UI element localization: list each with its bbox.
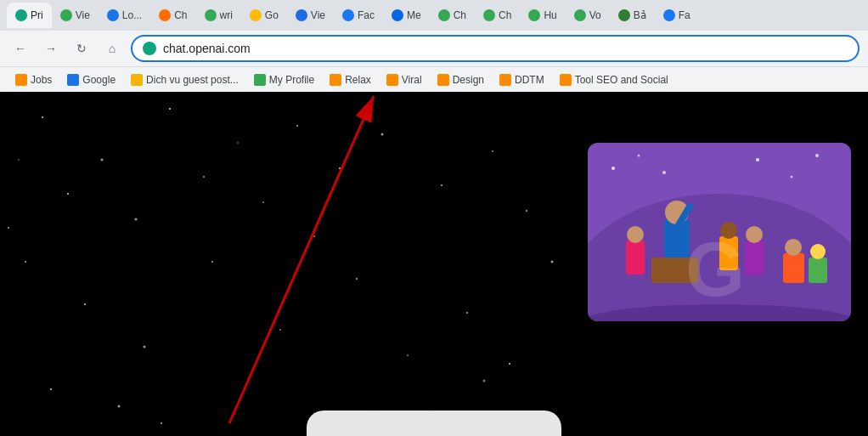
bookmark-toolseo[interactable]: Tool SEO and Social <box>553 71 675 88</box>
svg-point-26 <box>551 261 554 263</box>
forward-button[interactable]: → <box>39 37 63 60</box>
svg-point-13 <box>492 150 493 152</box>
bookmark-ddtm[interactable]: DDTM <box>493 71 551 88</box>
svg-point-41 <box>815 154 819 157</box>
svg-point-17 <box>211 261 213 263</box>
svg-point-22 <box>161 422 162 424</box>
svg-point-11 <box>381 133 384 136</box>
tab-favicon-fac1 <box>342 9 354 21</box>
tab-lo[interactable]: Lo... <box>99 3 150 28</box>
svg-point-6 <box>135 218 138 221</box>
bottom-search-bar[interactable] <box>307 411 561 436</box>
svg-point-15 <box>84 303 86 305</box>
svg-point-10 <box>339 167 341 169</box>
tab-favicon-vie1 <box>60 9 72 21</box>
svg-point-25 <box>509 363 510 365</box>
svg-point-21 <box>118 405 121 408</box>
bookmark-favicon-google <box>67 74 79 86</box>
bookmark-google[interactable]: Google <box>60 71 122 88</box>
bookmark-relax[interactable]: Relax <box>323 71 378 88</box>
home-button[interactable]: ⌂ <box>100 37 124 60</box>
tab-ch2[interactable]: Ch <box>430 3 475 28</box>
svg-point-56 <box>810 244 826 259</box>
bookmark-favicon-dichvu <box>131 74 143 86</box>
bookmark-favicon-relax <box>330 74 341 86</box>
svg-point-3 <box>237 142 239 144</box>
svg-point-8 <box>262 201 264 203</box>
tab-vie2[interactable]: Vie <box>287 3 334 28</box>
svg-point-54 <box>785 239 802 256</box>
address-bar[interactable] <box>131 35 860 62</box>
tab-pri[interactable]: Pri <box>7 3 52 28</box>
tab-label-vo: Vo <box>589 9 601 21</box>
tab-label-ch3: Ch <box>499 9 511 21</box>
tab-favicon-vie2 <box>296 9 307 21</box>
svg-point-7 <box>203 176 205 178</box>
tab-me[interactable]: Me <box>383 3 430 28</box>
back-button[interactable]: ← <box>8 37 32 60</box>
svg-point-38 <box>662 171 666 174</box>
tab-favicon-me <box>392 9 403 21</box>
svg-point-19 <box>356 278 358 280</box>
svg-point-14 <box>526 210 527 212</box>
tab-fa2[interactable]: Fa <box>655 3 699 28</box>
svg-point-9 <box>25 261 26 263</box>
tab-wri[interactable]: wri <box>196 3 241 28</box>
tab-label-pri: Pri <box>31 9 43 21</box>
bookmark-jobs[interactable]: Jobs <box>8 71 59 88</box>
svg-rect-53 <box>783 253 804 283</box>
refresh-button[interactable]: ↻ <box>70 37 93 60</box>
svg-point-52 <box>746 226 763 243</box>
tab-ch3[interactable]: Ch <box>475 3 520 28</box>
svg-point-1 <box>101 159 104 161</box>
tab-favicon-ch1 <box>159 9 171 21</box>
bookmarks-bar: Jobs Google Dich vu guest post... My Pro… <box>0 66 868 92</box>
svg-rect-47 <box>626 241 645 275</box>
tab-vie1[interactable]: Vie <box>52 3 99 28</box>
url-input[interactable] <box>163 42 848 55</box>
bookmark-viral[interactable]: Viral <box>380 71 429 88</box>
tab-label-hu: Hu <box>544 9 556 21</box>
tab-favicon-lo <box>107 9 119 21</box>
tab-fac1[interactable]: Fac <box>334 3 383 28</box>
tab-favicon-ch2 <box>438 9 450 21</box>
tab-go[interactable]: Go <box>241 3 287 28</box>
tab-vo[interactable]: Vo <box>566 3 610 28</box>
bookmark-favicon-design <box>437 74 449 86</box>
tab-bar: Pri Vie Lo... Ch wri Go Vie Fac <box>0 0 868 31</box>
tab-ch1[interactable]: Ch <box>150 3 195 28</box>
bookmark-label-design: Design <box>453 74 484 86</box>
svg-rect-55 <box>809 258 827 283</box>
svg-point-30 <box>18 159 20 161</box>
address-favicon <box>143 42 156 55</box>
tab-ba[interactable]: Bả <box>610 3 655 28</box>
page-content: G <box>0 92 868 436</box>
svg-rect-51 <box>745 241 764 275</box>
svg-point-23 <box>407 354 409 356</box>
svg-text:G: G <box>685 227 745 312</box>
tab-label-ch1: Ch <box>174 9 187 21</box>
svg-point-40 <box>791 176 793 178</box>
tab-label-fa2: Fa <box>679 9 690 21</box>
svg-point-28 <box>313 235 315 237</box>
tab-label-go: Go <box>265 9 279 21</box>
tab-hu[interactable]: Hu <box>520 3 565 28</box>
bookmark-favicon-viral <box>386 74 398 86</box>
bookmark-dichvu[interactable]: Dich vu guest post... <box>124 71 245 88</box>
bookmark-label-dichvu: Dich vu guest post... <box>146 74 239 86</box>
svg-point-36 <box>612 167 615 170</box>
tab-label-fac1: Fac <box>358 9 375 21</box>
bookmark-design[interactable]: Design <box>431 71 491 88</box>
bookmark-label-jobs: Jobs <box>31 74 52 86</box>
svg-point-5 <box>67 193 69 195</box>
bookmark-favicon-toolseo <box>560 74 572 86</box>
bookmark-favicon-ddtm <box>499 74 511 86</box>
address-bar-row: ← → ↻ ⌂ <box>0 31 868 66</box>
tab-favicon-hu <box>528 9 540 21</box>
tab-favicon-pri <box>15 9 27 21</box>
svg-point-4 <box>296 125 298 127</box>
bookmark-label-myprofile: My Profile <box>269 74 314 86</box>
tab-favicon-ch3 <box>483 9 495 21</box>
bookmark-label-toolseo: Tool SEO and Social <box>575 74 668 86</box>
bookmark-myprofile[interactable]: My Profile <box>247 71 321 88</box>
